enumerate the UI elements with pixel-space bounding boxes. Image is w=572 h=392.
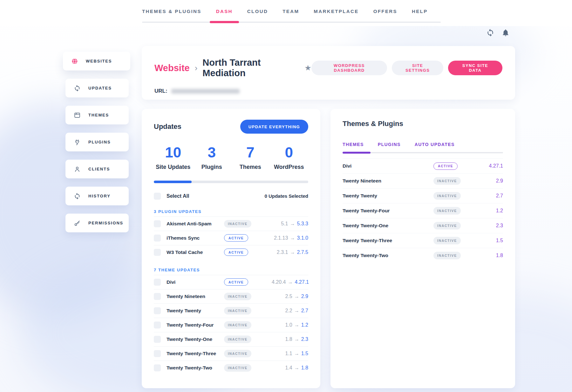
site-header-card: Website › North Tarrant Mediation ★ WORD… xyxy=(142,46,515,100)
arrow-icon: → xyxy=(288,279,293,285)
theme-version: 1.8 xyxy=(481,253,503,258)
tab-themes[interactable]: THEMES xyxy=(343,142,364,152)
current-version: 1.1 xyxy=(285,351,292,356)
sidebar-item-history[interactable]: HISTORY xyxy=(65,187,129,205)
theme-name: Divi xyxy=(343,163,433,169)
status-badge: ACTIVE xyxy=(224,278,248,286)
sidebar-item-label: PERMISSIONS xyxy=(88,221,123,225)
plugin-update-row: W3 Total Cache ACTIVE 2.3.1→2.7.5 xyxy=(154,245,308,259)
installed-theme-row: Twenty Nineteen INACTIVE 2.9 xyxy=(343,173,503,188)
plugin-update-list: Akismet Anti-Spam INACTIVE 5.1→5.3.3 iTh… xyxy=(154,216,308,259)
updates-card-title: Updates xyxy=(154,123,181,131)
stat-label: Plugins xyxy=(193,164,231,170)
star-icon[interactable]: ★ xyxy=(304,64,311,72)
breadcrumb-separator: › xyxy=(195,63,198,73)
select-all-row: Select All 0 Updates Selected xyxy=(154,193,308,200)
version-change: 2.2→2.7 xyxy=(272,308,308,314)
themes-plugins-tabs: THEMES PLUGINS AUTO UPDATES xyxy=(343,142,503,152)
row-checkbox[interactable] xyxy=(154,220,161,227)
tab-auto-updates[interactable]: AUTO UPDATES xyxy=(415,142,455,152)
row-checkbox[interactable] xyxy=(154,364,161,371)
status-badge: INACTIVE xyxy=(224,336,251,343)
row-checkbox[interactable] xyxy=(154,235,161,242)
top-navigation-bar: THEMES & PLUGINS DASH CLOUD TEAM MARKETP… xyxy=(0,0,572,26)
sidebar-item-websites[interactable]: WEBSITES xyxy=(63,52,130,70)
arrow-icon: → xyxy=(294,308,299,313)
status-badge: INACTIVE xyxy=(433,222,461,229)
sidebar-item-plugins[interactable]: PLUGINS xyxy=(65,133,129,151)
sidebar-item-permissions[interactable]: PERMISSIONS xyxy=(65,214,129,232)
updates-progress-fill xyxy=(154,181,192,183)
row-checkbox[interactable] xyxy=(154,293,161,300)
breadcrumb: Website › North Tarrant Mediation ★ WORD… xyxy=(154,57,502,78)
row-checkbox[interactable] xyxy=(154,336,161,343)
theme-update-row: Twenty Nineteen INACTIVE 2.5→2.9 xyxy=(154,289,308,303)
nav-item-cloud[interactable]: CLOUD xyxy=(247,0,268,22)
status-badge: INACTIVE xyxy=(433,177,461,185)
row-checkbox[interactable] xyxy=(154,322,161,329)
update-stat: 7 Themes xyxy=(231,144,270,170)
sidebar-item-label: PLUGINS xyxy=(88,140,111,144)
plugin-name: iThemes Sync xyxy=(167,235,224,241)
bell-icon[interactable] xyxy=(501,29,510,37)
updates-progress-bar xyxy=(154,181,308,183)
nav-item-themes-plugins[interactable]: THEMES & PLUGINS xyxy=(142,0,201,22)
version-change: 1.8→2.3 xyxy=(272,336,308,342)
select-all-checkbox[interactable] xyxy=(154,193,161,200)
nav-item-team[interactable]: TEAM xyxy=(283,0,299,22)
status-badge: ACTIVE xyxy=(224,249,248,256)
wordpress-dashboard-button[interactable]: WORDPRESS DASHBOARD xyxy=(311,61,387,75)
status-badge: ACTIVE xyxy=(433,163,458,170)
key-icon xyxy=(74,220,81,227)
current-version: 5.1 xyxy=(281,221,288,226)
nav-item-dash[interactable]: DASH xyxy=(216,0,233,22)
current-version: 4.20.4 xyxy=(272,279,286,285)
version-change: 1.0→1.2 xyxy=(272,322,308,328)
installed-theme-row: Twenty Twenty-One INACTIVE 2.3 xyxy=(343,218,503,233)
new-version: 3.1.0 xyxy=(297,235,308,241)
sidebar-item-themes[interactable]: THEMES xyxy=(65,106,129,124)
installed-themes-list: Divi ACTIVE 4.27.1 Twenty Nineteen INACT… xyxy=(343,158,503,263)
theme-update-row: Twenty Twenty-One INACTIVE 1.8→2.3 xyxy=(154,332,308,346)
row-checkbox[interactable] xyxy=(154,249,161,256)
status-badge: INACTIVE xyxy=(433,192,461,200)
theme-version: 1.5 xyxy=(481,238,503,243)
theme-name: Twenty Twenty-Three xyxy=(343,238,433,243)
version-change: 2.1.13→3.1.0 xyxy=(272,235,308,241)
current-version: 2.2 xyxy=(285,308,292,313)
page-title: North Tarrant Mediation xyxy=(202,57,300,78)
version-change: 1.4→1.8 xyxy=(272,365,308,371)
new-version: 5.3.3 xyxy=(297,221,308,226)
theme-name: Twenty Twenty xyxy=(167,308,224,314)
status-badge: INACTIVE xyxy=(433,252,461,259)
row-checkbox[interactable] xyxy=(154,279,161,286)
sidebar-item-updates[interactable]: UPDATES xyxy=(65,79,129,97)
nav-item-offers[interactable]: OFFERS xyxy=(373,0,397,22)
status-badge: INACTIVE xyxy=(224,293,251,300)
row-checkbox[interactable] xyxy=(154,307,161,314)
stat-label: Themes xyxy=(231,164,270,170)
arrow-icon: → xyxy=(294,294,299,299)
new-version: 1.2 xyxy=(301,322,308,328)
theme-name: Twenty Twenty-Two xyxy=(167,365,224,371)
tab-plugins[interactable]: PLUGINS xyxy=(378,142,401,152)
new-version: 2.3 xyxy=(301,336,308,342)
current-version: 1.4 xyxy=(285,365,292,370)
refresh-icon[interactable] xyxy=(486,29,494,37)
sync-site-data-button[interactable]: SYNC SITE DATA xyxy=(448,61,502,75)
current-version: 2.5 xyxy=(285,294,292,299)
nav-item-help[interactable]: HELP xyxy=(412,0,428,22)
new-version: 2.7.5 xyxy=(297,249,308,255)
new-version: 1.5 xyxy=(301,351,308,356)
update-everything-button[interactable]: UPDATE EVERYTHING xyxy=(240,120,308,134)
theme-update-list: Divi ACTIVE 4.20.4→4.27.1 Twenty Ninetee… xyxy=(154,275,308,375)
nav-item-marketplace[interactable]: MARKETPLACE xyxy=(314,0,358,22)
site-settings-button[interactable]: SITE SETTINGS xyxy=(392,61,443,75)
row-checkbox[interactable] xyxy=(154,350,161,357)
sidebar-item-clients[interactable]: CLIENTS xyxy=(65,160,129,178)
breadcrumb-website-link[interactable]: Website xyxy=(154,63,190,73)
theme-update-row: Twenty Twenty-Three INACTIVE 1.1→1.5 xyxy=(154,346,308,361)
tab-active-indicator xyxy=(343,152,371,154)
status-badge: INACTIVE xyxy=(224,307,251,315)
tab-underline-track xyxy=(343,152,503,153)
